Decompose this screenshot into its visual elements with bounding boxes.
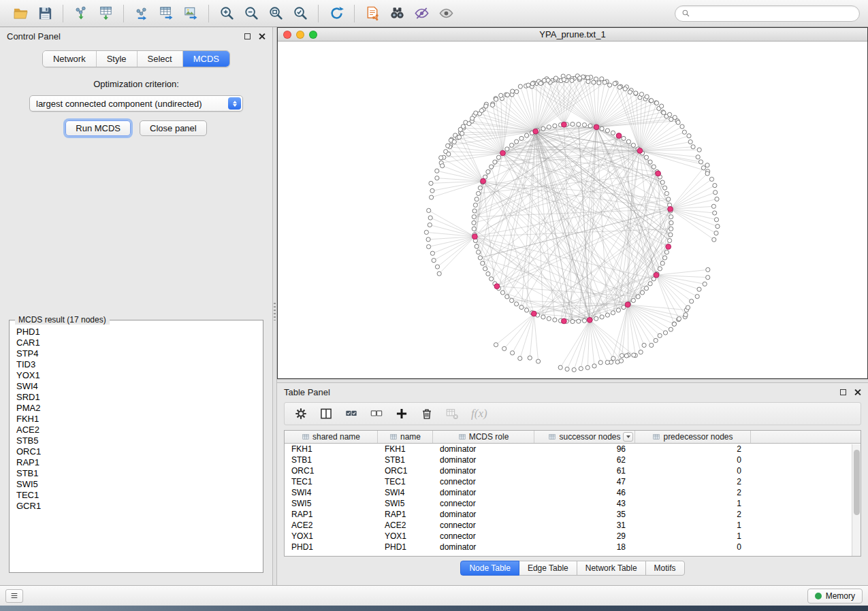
- network-leaf-node[interactable]: [713, 211, 717, 215]
- mcds-result-node[interactable]: RAP1: [16, 457, 256, 468]
- network-node[interactable]: [515, 139, 519, 144]
- network-leaf-node[interactable]: [634, 91, 638, 95]
- zoom-selected-button[interactable]: [288, 3, 312, 24]
- network-leaf-node[interactable]: [579, 367, 583, 371]
- vertical-splitter[interactable]: [272, 27, 277, 585]
- network-node[interactable]: [510, 143, 514, 147]
- network-node[interactable]: [486, 169, 490, 174]
- delete-columns-button[interactable]: [417, 405, 436, 423]
- column-header-shared-name[interactable]: shared name: [285, 431, 378, 443]
- network-leaf-node[interactable]: [705, 171, 709, 176]
- network-node[interactable]: [600, 315, 604, 319]
- network-node[interactable]: [541, 127, 545, 131]
- network-leaf-node[interactable]: [602, 80, 607, 84]
- network-node[interactable]: [631, 299, 635, 303]
- close-panel-icon[interactable]: [258, 33, 266, 40]
- select-all-rows-button[interactable]: [342, 405, 361, 423]
- network-node[interactable]: [483, 267, 487, 271]
- column-header-successor-nodes[interactable]: successor nodes: [534, 431, 635, 443]
- table-row[interactable]: ORC1ORC1dominator610: [285, 465, 861, 476]
- network-leaf-node[interactable]: [457, 135, 461, 139]
- refresh-layout-button[interactable]: [324, 3, 349, 24]
- network-leaf-node[interactable]: [562, 78, 566, 82]
- float-panel-icon[interactable]: [244, 33, 251, 39]
- status-menu-button[interactable]: [5, 589, 23, 603]
- network-node[interactable]: [515, 302, 519, 306]
- network-leaf-node[interactable]: [435, 265, 439, 269]
- network-node[interactable]: [660, 261, 664, 265]
- network-leaf-node[interactable]: [676, 120, 680, 125]
- network-node[interactable]: [510, 299, 514, 303]
- network-node[interactable]: [611, 311, 615, 315]
- network-node[interactable]: [577, 319, 581, 323]
- network-dominator-node-PHD1[interactable]: [531, 311, 536, 316]
- network-node[interactable]: [486, 271, 490, 276]
- column-header-MCDS-role[interactable]: MCDS role: [433, 431, 534, 443]
- mcds-result-node[interactable]: TEC1: [16, 490, 256, 501]
- network-node[interactable]: [644, 155, 648, 159]
- network-node[interactable]: [475, 197, 479, 201]
- network-leaf-node[interactable]: [649, 99, 654, 103]
- network-leaf-node[interactable]: [663, 331, 667, 335]
- network-dominator-node-STB1[interactable]: [594, 125, 599, 130]
- network-leaf-node[interactable]: [430, 188, 434, 193]
- network-node[interactable]: [631, 143, 635, 147]
- run-mcds-button[interactable]: Run MCDS: [65, 120, 131, 136]
- mcds-result-node[interactable]: YOX1: [16, 370, 256, 381]
- network-leaf-node[interactable]: [565, 367, 569, 371]
- network-leaf-node[interactable]: [608, 83, 612, 87]
- table-row[interactable]: PHD1PHD1dominator180: [285, 542, 861, 552]
- network-leaf-node[interactable]: [474, 111, 478, 115]
- network-leaf-node[interactable]: [673, 116, 677, 120]
- network-node[interactable]: [626, 139, 630, 144]
- network-leaf-node[interactable]: [490, 103, 494, 107]
- network-node[interactable]: [664, 191, 669, 195]
- network-dominator-node-TID3[interactable]: [494, 284, 500, 289]
- mcds-result-node[interactable]: ORC1: [16, 446, 256, 457]
- network-node[interactable]: [577, 122, 581, 127]
- network-leaf-node[interactable]: [649, 343, 654, 347]
- network-leaf-node[interactable]: [714, 218, 718, 222]
- mcds-result-node[interactable]: STP4: [16, 348, 256, 359]
- network-leaf-node[interactable]: [672, 322, 676, 326]
- network-node[interactable]: [669, 220, 673, 225]
- tab-style[interactable]: Style: [97, 51, 138, 67]
- network-node[interactable]: [669, 233, 673, 237]
- import-network-button[interactable]: [69, 3, 93, 24]
- network-leaf-node[interactable]: [494, 97, 498, 101]
- network-leaf-node[interactable]: [598, 361, 602, 365]
- network-leaf-node[interactable]: [660, 104, 664, 108]
- network-node[interactable]: [478, 256, 482, 260]
- network-leaf-node[interactable]: [428, 216, 432, 220]
- network-node[interactable]: [473, 203, 477, 207]
- network-leaf-node[interactable]: [690, 299, 694, 303]
- network-leaf-node[interactable]: [518, 84, 522, 88]
- tab-network[interactable]: Network: [43, 51, 97, 67]
- network-node[interactable]: [505, 295, 509, 299]
- find-binoculars-button[interactable]: [385, 3, 409, 24]
- network-leaf-node[interactable]: [424, 230, 428, 234]
- network-leaf-node[interactable]: [680, 125, 684, 129]
- network-node[interactable]: [525, 308, 529, 312]
- network-leaf-node[interactable]: [585, 365, 590, 369]
- network-node[interactable]: [500, 291, 504, 295]
- network-leaf-node[interactable]: [435, 176, 439, 180]
- network-dominator-node-STP4[interactable]: [654, 272, 659, 278]
- network-leaf-node[interactable]: [429, 181, 433, 185]
- mcds-result-node[interactable]: STB5: [16, 435, 256, 446]
- network-leaf-node[interactable]: [572, 367, 576, 371]
- network-leaf-node[interactable]: [553, 76, 558, 80]
- network-leaf-node[interactable]: [645, 95, 649, 99]
- network-leaf-node[interactable]: [658, 333, 662, 337]
- network-leaf-node[interactable]: [592, 80, 596, 84]
- network-canvas[interactable]: [278, 42, 867, 378]
- table-row[interactable]: SWI4SWI4dominator462: [285, 487, 861, 498]
- network-dominator-node-CAR1[interactable]: [562, 122, 567, 127]
- mcds-result-list[interactable]: PHD1CAR1STP4TID3YOX1SWI4SRD1PMA2FKH1ACE2…: [10, 320, 263, 572]
- network-node[interactable]: [663, 256, 667, 260]
- export-network-button[interactable]: [129, 3, 154, 24]
- network-node[interactable]: [652, 165, 656, 169]
- network-node[interactable]: [636, 295, 640, 299]
- table-row[interactable]: FKH1FKH1dominator962: [285, 444, 861, 455]
- add-column-button[interactable]: [392, 405, 411, 423]
